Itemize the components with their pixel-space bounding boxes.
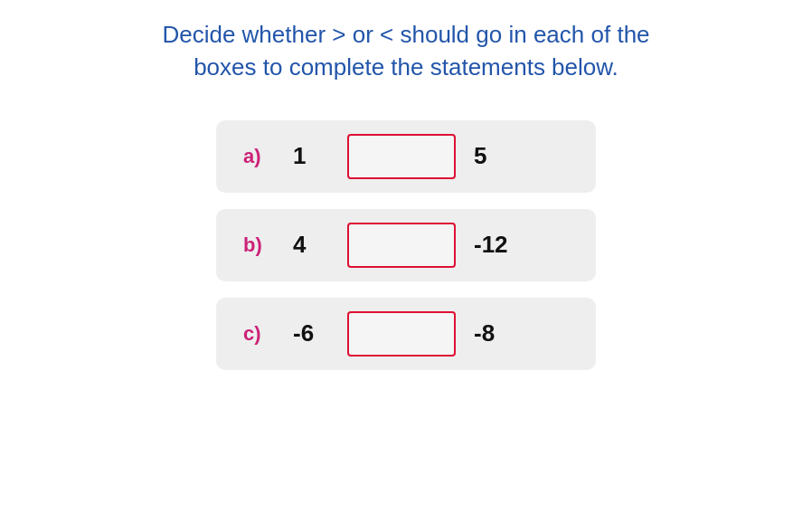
instruction-line1: Decide whether > or < should go in each … (162, 18, 649, 51)
question-label-a: a) (243, 145, 275, 168)
question-row-c: c) -6 -8 (216, 298, 596, 370)
instruction-text: Decide whether > or < should go in each … (162, 18, 649, 84)
answer-box-b[interactable] (347, 223, 456, 268)
question-row-b: b) 4 -12 (216, 209, 596, 281)
question-right-c: -8 (474, 319, 519, 347)
question-right-a: 5 (474, 142, 519, 170)
question-label-c: c) (243, 322, 275, 346)
instruction-line2: boxes to complete the statements below. (162, 51, 649, 83)
answer-box-a[interactable] (347, 134, 456, 179)
questions-container: a) 1 5 b) 4 -12 c) -6 -8 (216, 120, 596, 370)
question-left-c: -6 (293, 319, 329, 347)
question-row-a: a) 1 5 (216, 120, 596, 193)
question-label-b: b) (243, 233, 275, 257)
answer-box-c[interactable] (347, 311, 456, 357)
question-left-a: 1 (293, 142, 329, 170)
question-left-b: 4 (293, 231, 329, 259)
question-right-b: -12 (474, 231, 519, 259)
